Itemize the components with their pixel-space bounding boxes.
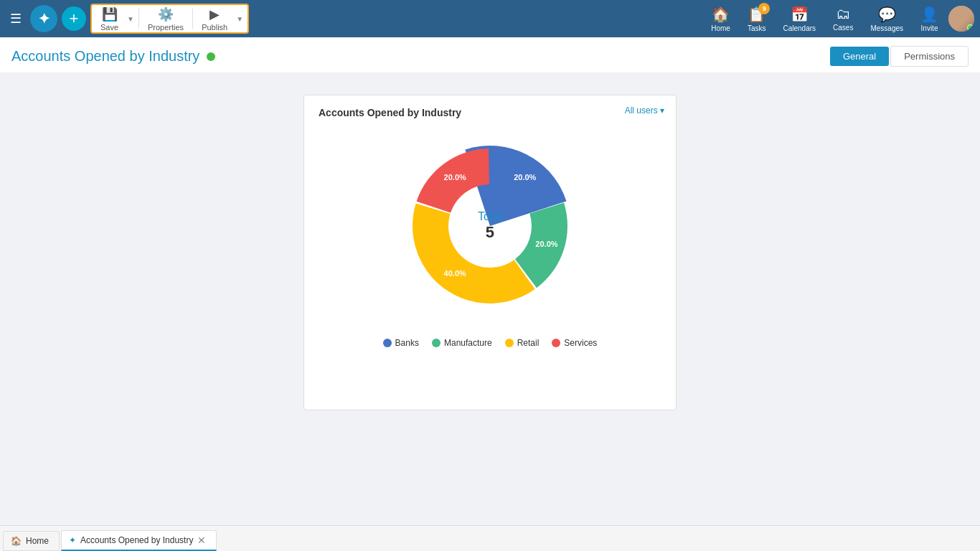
nav-tasks[interactable]: 9 📋 Tasks bbox=[740, 3, 773, 35]
legend-label-manufacture: Manufacture bbox=[444, 338, 492, 348]
legend-dot-manufacture bbox=[432, 339, 440, 347]
hamburger-icon[interactable]: ☰ bbox=[6, 6, 26, 31]
online-status-dot bbox=[967, 24, 974, 31]
nav-home[interactable]: 🏠 Home bbox=[704, 3, 738, 35]
save-button[interactable]: 💾 Save bbox=[95, 5, 124, 33]
donut-total-value: 5 bbox=[478, 223, 502, 242]
nav-cases[interactable]: 🗂 Cases bbox=[826, 3, 860, 34]
home-tab-label: Home bbox=[26, 536, 49, 546]
cases-icon: 🗂 bbox=[836, 6, 850, 22]
nav-cases-label: Cases bbox=[833, 24, 853, 32]
legend-dot-retail bbox=[505, 339, 514, 347]
page-title: Accounts Opened by Industry bbox=[11, 48, 199, 65]
tab-chart[interactable]: ✦ Accounts Opened by Industry ✕ bbox=[61, 530, 217, 551]
tab-close-button[interactable]: ✕ bbox=[197, 535, 206, 545]
properties-icon: ⚙️ bbox=[158, 6, 174, 22]
nav-calendars-label: Calendars bbox=[783, 24, 816, 32]
legend-retail: Retail bbox=[505, 338, 540, 348]
messages-icon: 💬 bbox=[878, 6, 896, 23]
legend-banks: Banks bbox=[383, 338, 419, 348]
legend-label-retail: Retail bbox=[517, 338, 540, 348]
nav-calendars[interactable]: 📅 Calendars bbox=[776, 3, 823, 35]
chart-card: Accounts Opened by Industry All users ▾ bbox=[303, 95, 677, 410]
permissions-button[interactable]: Permissions bbox=[890, 46, 969, 67]
properties-label: Properties bbox=[148, 23, 184, 32]
all-users-dropdown[interactable]: All users ▾ bbox=[625, 105, 664, 116]
chart-tab-icon: ✦ bbox=[69, 535, 76, 545]
chart-title: Accounts Opened by Industry bbox=[319, 107, 661, 118]
nav-messages[interactable]: 💬 Messages bbox=[863, 3, 910, 35]
donut-center: Total 5 bbox=[478, 210, 502, 242]
publish-label: Publish bbox=[202, 23, 227, 32]
donut-total-label: Total bbox=[478, 210, 502, 223]
invite-icon: 👤 bbox=[920, 6, 938, 23]
page-header: Accounts Opened by Industry General Perm… bbox=[0, 37, 980, 73]
properties-button[interactable]: ⚙️ Properties bbox=[142, 5, 189, 33]
save-icon: 💾 bbox=[102, 6, 118, 22]
page-area: Accounts Opened by Industry General Perm… bbox=[0, 37, 980, 551]
legend-manufacture: Manufacture bbox=[432, 338, 492, 348]
tab-home[interactable]: 🏠 Home bbox=[3, 531, 60, 551]
home-icon: 🏠 bbox=[712, 6, 730, 23]
user-avatar[interactable] bbox=[948, 6, 974, 32]
topbar-nav: 🏠 Home 9 📋 Tasks 📅 Calendars 🗂 Cases 💬 M… bbox=[704, 3, 974, 35]
general-button[interactable]: General bbox=[830, 47, 889, 66]
publish-button[interactable]: ▶ Publish bbox=[196, 5, 233, 33]
legend-dot-banks bbox=[383, 339, 392, 347]
nav-invite[interactable]: 👤 Invite bbox=[913, 3, 946, 35]
save-label: Save bbox=[100, 23, 118, 32]
chart-legend: Banks Manufacture Retail Services bbox=[319, 338, 661, 348]
nav-home-label: Home bbox=[711, 24, 730, 32]
tasks-badge: 9 bbox=[758, 3, 770, 14]
toolbar-divider-2 bbox=[192, 9, 193, 29]
nav-tasks-label: Tasks bbox=[748, 24, 766, 32]
save-dropdown-arrow[interactable]: ▼ bbox=[126, 15, 136, 23]
legend-services: Services bbox=[552, 338, 597, 348]
status-dot bbox=[207, 52, 215, 61]
publish-dropdown-arrow[interactable]: ▼ bbox=[235, 15, 245, 23]
main-content: Accounts Opened by Industry All users ▾ bbox=[0, 73, 980, 525]
chart-tab-label: Accounts Opened by Industry bbox=[80, 535, 193, 545]
topbar: ☰ ✦ + 💾 Save ▼ ⚙️ Properties ▶ Publish ▼… bbox=[0, 0, 980, 37]
toolbar-group: 💾 Save ▼ ⚙️ Properties ▶ Publish ▼ bbox=[90, 4, 249, 34]
add-button[interactable]: + bbox=[62, 6, 86, 31]
home-tab-icon: 🏠 bbox=[11, 536, 22, 546]
calendars-icon: 📅 bbox=[791, 6, 809, 23]
nav-messages-label: Messages bbox=[870, 24, 903, 32]
legend-label-services: Services bbox=[564, 338, 597, 348]
nav-invite-label: Invite bbox=[921, 24, 938, 32]
toolbar-divider-1 bbox=[138, 9, 139, 29]
publish-icon: ▶ bbox=[209, 6, 220, 22]
legend-label-banks: Banks bbox=[395, 338, 419, 348]
donut-chart: Total 5 bbox=[390, 126, 590, 326]
legend-dot-services bbox=[552, 339, 560, 347]
app-logo: ✦ bbox=[30, 5, 57, 32]
tabbar: 🏠 Home ✦ Accounts Opened by Industry ✕ bbox=[0, 525, 980, 551]
